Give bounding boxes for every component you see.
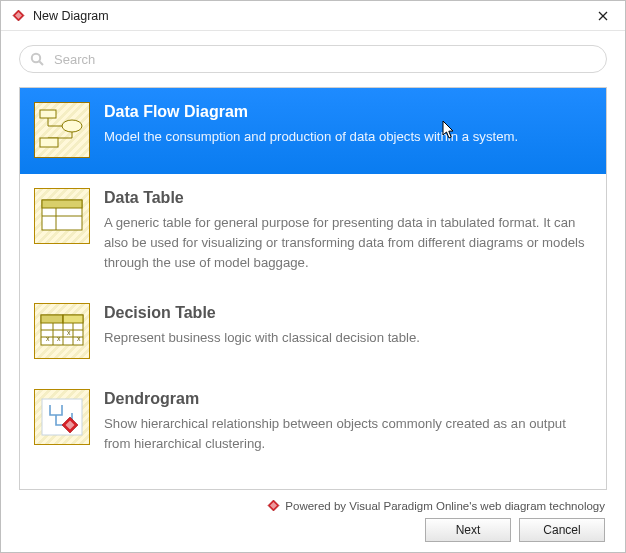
diagram-thumbnail [34, 102, 90, 158]
next-button[interactable]: Next [425, 518, 511, 542]
diagram-item-text: Dendrogram Show hierarchical relationshi… [104, 389, 592, 454]
svg-rect-12 [40, 138, 58, 147]
dialog-content: Data Flow Diagram Model the consumption … [1, 31, 625, 552]
search-field-wrap [19, 45, 607, 73]
powered-by-text: Powered by Visual Paradigm Online's web … [285, 500, 605, 512]
diagram-title: Data Table [104, 188, 592, 207]
diagram-thumbnail [34, 188, 90, 244]
dialog-footer: Powered by Visual Paradigm Online's web … [19, 490, 607, 552]
svg-rect-6 [40, 110, 56, 118]
diagram-title: Data Flow Diagram [104, 102, 592, 121]
diagram-list-frame: Data Flow Diagram Model the consumption … [19, 87, 607, 490]
titlebar: New Diagram [1, 1, 625, 31]
diagram-item-decision-table[interactable]: x x x x Decision Table Represent busines… [20, 289, 606, 375]
diagram-item-dendrogram[interactable]: Dendrogram Show hierarchical relationshi… [20, 375, 606, 470]
diagram-description: Represent business logic with classical … [104, 328, 592, 348]
diagram-item-text: Decision Table Represent business logic … [104, 303, 592, 359]
diagram-title: Dendrogram [104, 389, 592, 408]
vp-logo-icon [267, 499, 280, 512]
diagram-description: Show hierarchical relationship between o… [104, 414, 592, 454]
diagram-description: A generic table for general purpose for … [104, 213, 592, 272]
powered-by-label: Powered by Visual Paradigm Online's web … [21, 496, 605, 518]
diagram-item-text: Data Table A generic table for general p… [104, 188, 592, 273]
window-title: New Diagram [33, 9, 109, 23]
diagram-thumbnail [34, 389, 90, 445]
search-input[interactable] [19, 45, 607, 73]
diagram-item-data-flow-diagram[interactable]: Data Flow Diagram Model the consumption … [20, 88, 606, 174]
svg-rect-19 [63, 315, 83, 323]
close-button[interactable] [589, 5, 617, 27]
svg-line-5 [39, 61, 43, 65]
app-icon [11, 9, 25, 23]
diagram-thumbnail: x x x x [34, 303, 90, 359]
svg-point-4 [32, 54, 40, 62]
diagram-description: Model the consumption and production of … [104, 127, 592, 147]
svg-text:x: x [77, 335, 81, 342]
search-icon [30, 52, 44, 66]
svg-point-9 [62, 120, 82, 132]
cancel-button[interactable]: Cancel [519, 518, 605, 542]
svg-text:x: x [67, 329, 71, 336]
svg-text:x: x [57, 335, 61, 342]
diagram-item-text: Data Flow Diagram Model the consumption … [104, 102, 592, 158]
svg-text:x: x [46, 335, 50, 342]
diagram-list[interactable]: Data Flow Diagram Model the consumption … [20, 88, 606, 489]
svg-rect-14 [42, 200, 82, 208]
diagram-item-data-table[interactable]: Data Table A generic table for general p… [20, 174, 606, 289]
svg-rect-18 [41, 315, 63, 323]
diagram-title: Decision Table [104, 303, 592, 322]
svg-rect-29 [42, 399, 82, 435]
